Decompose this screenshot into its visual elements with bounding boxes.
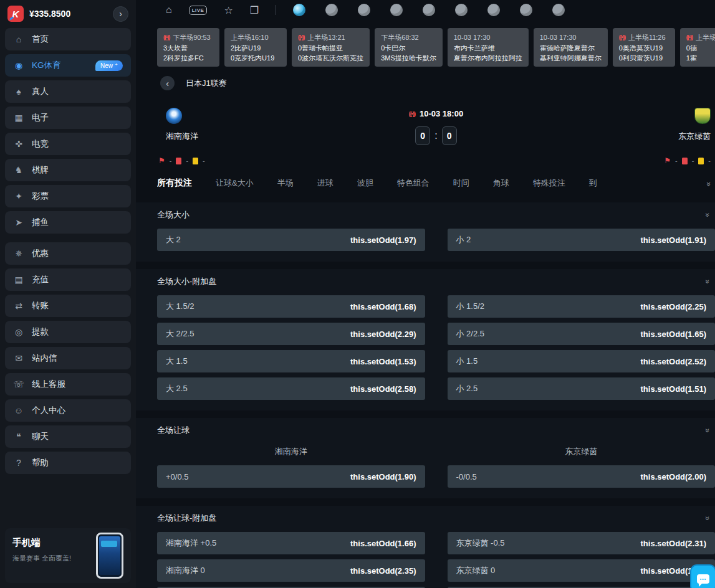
ticker-match-card[interactable]: 下半场68:320卡巴尔3MS提拉哈卡默尔 (375, 28, 443, 67)
odd-button[interactable]: 小 2/2.5this.setOdd(1.65) (448, 323, 715, 345)
odd-button[interactable]: 湘南海洋 +0.5this.setOdd(1.66) (157, 532, 425, 554)
tab-1[interactable]: 让球&大小 (216, 178, 254, 189)
ticker-team-away: 0利贝雷茨U19 (619, 53, 669, 64)
market-section: 全场让球»湘南海洋东京绿茵+0/0.5this.setOdd(1.90)-0/0… (136, 418, 715, 498)
favorites-star-icon[interactable]: ☆ (224, 4, 233, 16)
sidebar-item-lottery[interactable]: ✦彩票 (5, 185, 131, 207)
sidebar-item-help[interactable]: ?帮助 (5, 452, 131, 474)
board-games-icon: ♞ (13, 165, 24, 175)
ticker-team-home: 霍德哈萨隆夏普尔 (540, 43, 602, 54)
withdraw-icon: ◎ (13, 327, 24, 337)
ticker-match-card[interactable]: 上半场16:102比萨U190克罗托内U19 (224, 28, 287, 67)
tab-5[interactable]: 特色组合 (397, 178, 429, 189)
odd-button[interactable]: 小 1.5this.setOdd(2.52) (448, 350, 715, 372)
odd-value: this.setOdd(2.52) (641, 357, 706, 366)
odd-label: 小 2.5 (456, 383, 478, 394)
market-header: 全场大小» (157, 209, 715, 220)
yellow-card-icon (698, 158, 704, 164)
sidebar-item-inbox[interactable]: ✉站内信 (5, 347, 131, 369)
sidebar-item-slots[interactable]: ▦电子 (5, 107, 131, 129)
odd-button[interactable]: 东京绿茵 -0.5this.setOdd(2.31) (448, 532, 715, 554)
sidebar-item-withdraw[interactable]: ◎提款 (5, 321, 131, 343)
sidebar-item-fishing[interactable]: ➤捕鱼 (5, 211, 131, 234)
match-time-text: 下半场90:53 (173, 32, 211, 43)
away-score: 0 (442, 126, 457, 145)
odd-value: this.setOdd(2.25) (641, 302, 706, 311)
soccer-icon[interactable] (293, 4, 305, 16)
sidebar-item-label: 电子 (32, 112, 49, 123)
odd-button[interactable]: 大 2/2.5this.setOdd(2.29) (157, 323, 425, 345)
sidebar-item-label: 彩票 (32, 191, 49, 202)
ticker-match-card[interactable]: ((•))下半场90:533大坎普2科罗拉多FC (157, 28, 219, 67)
basketball-icon[interactable] (325, 4, 338, 16)
tab-8[interactable]: 特殊投注 (533, 178, 565, 189)
sidebar-item-home[interactable]: ⌂首页 (5, 28, 131, 50)
sidebar-item-board-games[interactable]: ♞棋牌 (5, 159, 131, 181)
tab-0[interactable]: 所有投注 (157, 178, 192, 189)
sidebar-item-profile[interactable]: ☺个人中心 (5, 399, 131, 422)
ticker-match-card[interactable]: ((•))上半场11:260奥浩莫茨U190利贝雷茨U19 (613, 28, 675, 67)
back-button[interactable]: ‹ (160, 76, 175, 90)
live-filter-icon[interactable]: LIVE (189, 6, 208, 15)
tab-7[interactable]: 角球 (493, 178, 509, 189)
tab-3[interactable]: 进球 (317, 178, 334, 189)
tab-9[interactable]: 到 (589, 178, 597, 189)
sidebar-item-sports[interactable]: ◉KG体育New ⁺ (5, 54, 131, 77)
brand-logo[interactable]: K (7, 6, 24, 22)
kickoff-time: 10-03 18:00 (420, 109, 463, 118)
home-score: 0 (415, 126, 430, 145)
odd-button[interactable]: 大 2.5this.setOdd(2.58) (157, 377, 425, 400)
sidebar-item-chat[interactable]: ❝聊天 (5, 425, 131, 448)
odd-button[interactable]: 小 2.5this.setOdd(1.51) (448, 377, 715, 400)
collapse-chevron-icon[interactable]: » (704, 516, 713, 521)
market-tabs: 所有投注让球&大小半场进球波胆特色组合时间角球特殊投注到» (157, 178, 715, 196)
sidebar-item-deposit[interactable]: ▤充值 (5, 268, 131, 291)
sidebar-item-label: KG体育 (32, 60, 61, 71)
transfer-icon: ⇄ (13, 301, 24, 311)
sidebar-item-customer-service[interactable]: ☏线上客服 (5, 373, 131, 396)
ticker-team-away: 2科罗拉多FC (163, 53, 213, 64)
ticker-match-card[interactable]: 10-03 17:30布内卡兰萨维夏普尔布内阿拉拉阿拉 (448, 28, 529, 67)
odd-button[interactable]: 大 2this.setOdd(1.97) (157, 229, 425, 251)
bowling-icon[interactable] (520, 4, 532, 16)
chat-fab-button[interactable]: ••• (690, 564, 715, 588)
wallet-expand-button[interactable]: › (113, 6, 128, 22)
odd-button[interactable]: 大 1.5/2this.setOdd(1.68) (157, 295, 425, 318)
ticker-match-card[interactable]: 10-03 17:30霍德哈萨隆夏普尔基利亚特阿娜夏普尔 (534, 28, 608, 67)
ticker-team-home: 3大坎普 (163, 43, 213, 54)
athletics-icon[interactable] (552, 4, 565, 16)
odd-button[interactable]: 湘南海洋 0this.setOdd(2.35) (157, 559, 425, 582)
table-tennis-icon[interactable] (423, 4, 435, 16)
american-football-icon[interactable] (358, 4, 370, 16)
market-section: 全场大小»大 2this.setOdd(1.97)小 2this.setOdd(… (136, 202, 715, 262)
market-title: 全场大小-附加盘 (157, 276, 216, 287)
tennis-icon[interactable] (455, 4, 468, 16)
sidebar-item-transfer[interactable]: ⇄转账 (5, 295, 131, 317)
odd-button[interactable]: -0/0.5this.setOdd(2.00) (448, 465, 715, 488)
promotions-icon: ✵ (13, 249, 24, 258)
corner-flag-icon: ⚑ (158, 156, 165, 165)
tab-2[interactable]: 半场 (277, 178, 294, 189)
odd-button[interactable]: +0/0.5this.setOdd(1.90) (157, 465, 425, 488)
badminton-icon[interactable] (390, 4, 403, 16)
tab-4[interactable]: 波胆 (357, 178, 373, 189)
sidebar-item-esports[interactable]: ✜电竞 (5, 133, 131, 155)
ticker-match-card[interactable]: ((•))上半场0德1霍 (680, 28, 715, 67)
volleyball-icon[interactable] (487, 4, 500, 16)
sidebar-item-promotions[interactable]: ✵优惠 (5, 242, 131, 265)
bet-slips-icon[interactable]: ❐ (250, 4, 259, 16)
collapse-chevron-icon[interactable]: » (704, 429, 713, 433)
tabs-overflow-icon[interactable]: » (704, 182, 714, 186)
collapse-chevron-icon[interactable]: » (704, 280, 713, 284)
tab-6[interactable]: 时间 (453, 178, 469, 189)
odd-button[interactable]: 东京绿茵 0this.setOdd(1.64) (448, 559, 715, 582)
mobile-app-promo[interactable]: 手机端 海量赛事 全面覆盖! (5, 528, 131, 583)
sidebar-item-live-casino[interactable]: ♠真人 (5, 80, 131, 103)
collapse-chevron-icon[interactable]: » (704, 213, 713, 217)
home-icon[interactable]: ⌂ (166, 4, 172, 16)
odd-button[interactable]: 小 2this.setOdd(1.91) (448, 229, 715, 251)
odd-button[interactable]: 大 1.5this.setOdd(1.53) (157, 350, 425, 372)
odd-button[interactable]: 小 1.5/2this.setOdd(2.25) (448, 295, 715, 318)
dash: - (675, 157, 678, 164)
ticker-match-card[interactable]: ((•))上半场13:210普瑞卡帕提亚0波尔塔瓦沃尔斯克拉 (292, 28, 370, 67)
